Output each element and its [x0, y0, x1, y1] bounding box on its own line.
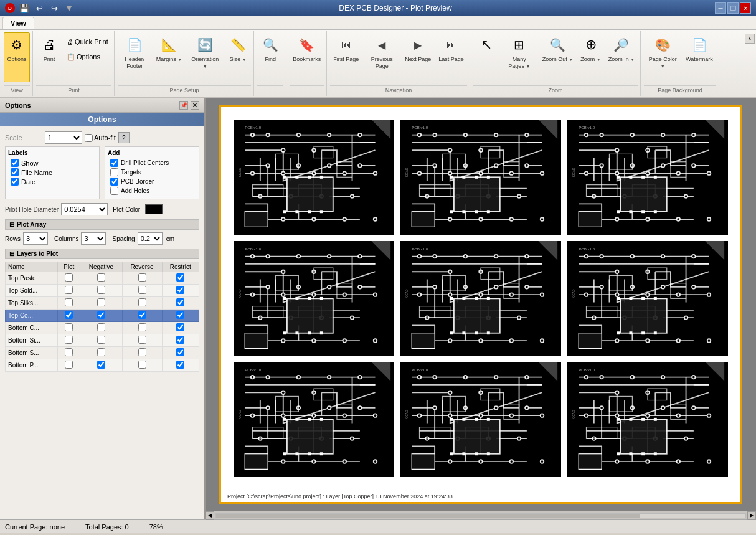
layer-plot-cell[interactable]: [58, 334, 80, 347]
layer-negative-checkbox[interactable]: [97, 311, 105, 319]
scroll-right-button[interactable]: ▶: [747, 511, 756, 520]
layers-table-row[interactable]: Bottom S...: [6, 347, 199, 359]
layer-restrict-checkbox[interactable]: [176, 298, 184, 306]
watermark-button[interactable]: 📄 Watermark: [683, 32, 716, 82]
layer-restrict-checkbox[interactable]: [176, 348, 184, 356]
layer-restrict-cell[interactable]: [162, 347, 199, 359]
spacing-select[interactable]: 0.20.51.0: [138, 232, 163, 245]
undo-button[interactable]: ↩: [32, 1, 46, 15]
layer-negative-cell[interactable]: [80, 347, 122, 359]
scroll-left-button[interactable]: ◀: [206, 511, 214, 520]
layer-restrict-checkbox[interactable]: [176, 361, 184, 369]
rows-select[interactable]: 3124: [23, 232, 48, 245]
layer-reverse-checkbox[interactable]: [138, 298, 146, 306]
first-page-button[interactable]: ⏮ First Page: [330, 32, 362, 82]
layer-reverse-checkbox[interactable]: [138, 361, 146, 369]
tab-view[interactable]: View: [2, 17, 34, 29]
layer-restrict-cell[interactable]: [162, 297, 199, 310]
orientation-button[interactable]: 🔄 Orientation ▼: [186, 32, 224, 82]
print-button[interactable]: 🖨 Print: [36, 32, 62, 82]
layer-plot-checkbox[interactable]: [65, 361, 73, 369]
collapse-ribbon-button[interactable]: ∧: [745, 34, 755, 44]
pcb-border-checkbox[interactable]: [110, 178, 118, 186]
columns-select[interactable]: 3124: [81, 232, 106, 245]
layer-plot-cell[interactable]: [58, 359, 80, 372]
layers-table-row[interactable]: Top Paste: [6, 272, 199, 285]
layer-negative-cell[interactable]: [80, 334, 122, 347]
layer-negative-checkbox[interactable]: [97, 336, 105, 344]
date-checkbox[interactable]: [11, 178, 19, 186]
plot-color-swatch[interactable]: [145, 204, 163, 214]
layer-reverse-cell[interactable]: [122, 347, 162, 359]
layer-negative-cell[interactable]: [80, 272, 122, 285]
layer-negative-cell[interactable]: [80, 322, 122, 334]
layer-reverse-checkbox[interactable]: [138, 286, 146, 294]
many-pages-button[interactable]: ⊞ Many Pages ▼: [501, 32, 538, 82]
layers-table-row[interactable]: Bottom C...: [6, 322, 199, 334]
save-button[interactable]: 💾: [17, 1, 31, 15]
scale-select[interactable]: 1 2 0.5: [45, 131, 82, 144]
layer-restrict-checkbox[interactable]: [176, 273, 184, 282]
layer-restrict-cell[interactable]: [162, 272, 199, 285]
layer-negative-checkbox[interactable]: [97, 273, 105, 282]
help-button[interactable]: ?: [118, 132, 130, 143]
panel-close-button[interactable]: ✕: [191, 101, 199, 110]
restore-button[interactable]: ❒: [727, 2, 739, 14]
layer-plot-cell[interactable]: [58, 322, 80, 334]
margins-button[interactable]: 📐 Margins ▼: [153, 32, 185, 82]
layer-negative-cell[interactable]: [80, 310, 122, 322]
layers-table-row[interactable]: Top Sold...: [6, 285, 199, 297]
layer-plot-cell[interactable]: [58, 285, 80, 297]
horizontal-scrollbar-track[interactable]: [215, 513, 746, 518]
layer-plot-checkbox[interactable]: [65, 323, 73, 331]
header-footer-button[interactable]: 📄 Header/Footer: [118, 32, 152, 82]
layer-reverse-cell[interactable]: [122, 285, 162, 297]
layers-table-row[interactable]: Bottom Si...: [6, 334, 199, 347]
zoom-button[interactable]: ⊕ Zoom ▼: [577, 32, 603, 82]
next-page-button[interactable]: ▶ Next Page: [402, 32, 434, 82]
last-page-button[interactable]: ⏭ Last Page: [435, 32, 467, 82]
layer-negative-checkbox[interactable]: [97, 286, 105, 294]
layer-plot-checkbox[interactable]: [65, 348, 73, 356]
drill-pilot-checkbox[interactable]: [110, 159, 118, 167]
horizontal-scrollbar[interactable]: ◀ ▶: [206, 511, 756, 519]
layer-restrict-cell[interactable]: [162, 334, 199, 347]
targets-checkbox[interactable]: [110, 168, 118, 176]
layer-reverse-checkbox[interactable]: [138, 336, 146, 344]
layer-restrict-cell[interactable]: [162, 359, 199, 372]
horizontal-scrollbar-thumb[interactable]: [216, 514, 640, 518]
layers-table-row[interactable]: Top Co...: [6, 310, 199, 322]
layer-plot-cell[interactable]: [58, 272, 80, 285]
layer-negative-checkbox[interactable]: [97, 323, 105, 331]
layer-reverse-cell[interactable]: [122, 322, 162, 334]
layer-reverse-cell[interactable]: [122, 310, 162, 322]
layer-restrict-checkbox[interactable]: [176, 336, 184, 344]
layer-restrict-cell[interactable]: [162, 310, 199, 322]
layer-negative-checkbox[interactable]: [97, 361, 105, 369]
layer-restrict-checkbox[interactable]: [176, 323, 184, 331]
layer-restrict-cell[interactable]: [162, 285, 199, 297]
layer-negative-cell[interactable]: [80, 285, 122, 297]
layer-negative-cell[interactable]: [80, 297, 122, 310]
find-button[interactable]: 🔍 Find: [257, 32, 283, 82]
bookmarks-button[interactable]: 🔖 Bookmarks: [290, 32, 324, 82]
layer-plot-cell[interactable]: [58, 310, 80, 322]
quick-print-button[interactable]: 🖨 Quick Print: [64, 35, 111, 49]
zoom-in-button[interactable]: 🔎 Zoom In ▼: [605, 32, 638, 82]
layer-restrict-cell[interactable]: [162, 322, 199, 334]
cursor-tool-button[interactable]: ↖: [473, 32, 499, 82]
file-name-checkbox[interactable]: [11, 168, 19, 176]
layer-plot-checkbox[interactable]: [65, 311, 73, 319]
layer-plot-cell[interactable]: [58, 297, 80, 310]
layer-reverse-checkbox[interactable]: [138, 311, 146, 319]
redo-button[interactable]: ↪: [47, 1, 61, 15]
layer-plot-checkbox[interactable]: [65, 336, 73, 344]
pilot-hole-select[interactable]: 0.0254: [61, 203, 108, 215]
layer-plot-checkbox[interactable]: [65, 273, 73, 282]
layer-plot-cell[interactable]: [58, 347, 80, 359]
panel-pin-button[interactable]: 📌: [179, 101, 188, 110]
layer-negative-checkbox[interactable]: [97, 348, 105, 356]
layer-reverse-checkbox[interactable]: [138, 348, 146, 356]
page-color-button[interactable]: 🎨 Page Color ▼: [644, 32, 681, 82]
minimize-button[interactable]: ─: [715, 2, 726, 14]
